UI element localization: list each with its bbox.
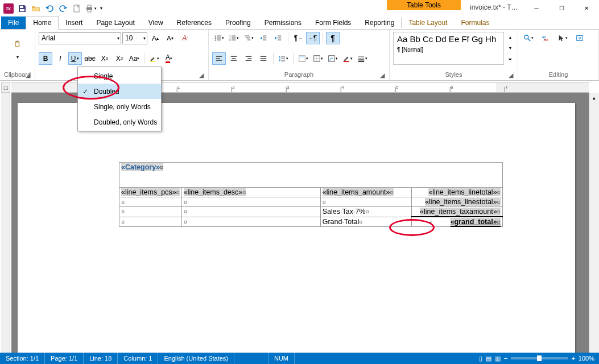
increase-indent-button[interactable] (271, 32, 285, 44)
tab-permissions[interactable]: Permissions (258, 16, 308, 29)
clear-formatting-button[interactable]: A∕ (178, 32, 192, 44)
tab-reporting[interactable]: Reporting (358, 16, 401, 29)
underline-doubled-words-item[interactable]: Doubled, only Words (78, 114, 161, 130)
underline-single-words-item[interactable]: Single, only Words (78, 99, 161, 114)
tab-references[interactable]: References (170, 16, 218, 29)
undo-button[interactable] (43, 2, 56, 15)
replace-button[interactable]: abac (539, 32, 552, 44)
cell[interactable] (121, 218, 125, 226)
tab-home[interactable]: Home (26, 16, 59, 30)
app-menu-button[interactable]: tx (2, 2, 15, 15)
cell[interactable] (184, 208, 187, 216)
tab-page-layout[interactable]: Page Layout (89, 16, 141, 29)
save-button[interactable] (16, 2, 28, 15)
vertical-scrollbar[interactable]: ▴ (589, 93, 599, 353)
new-doc-button[interactable] (71, 2, 83, 15)
status-page[interactable]: Page: 1/1 (45, 353, 84, 364)
styles-more-button[interactable]: ⏷ (506, 57, 514, 62)
view-web-button[interactable]: ▤ (486, 355, 491, 362)
ltr-button[interactable]: ¶→ (291, 32, 305, 44)
justify-button[interactable] (257, 52, 270, 65)
status-language[interactable]: English (United States) (158, 353, 234, 364)
field-linetotal[interactable]: «line_items_linetotal» (428, 188, 500, 196)
styles-gallery[interactable]: Aa Bb Cc Dd Ee Ff Gg Hh ¶ [Normal] (393, 32, 504, 65)
zoom-slider[interactable] (511, 357, 568, 359)
border-width-button[interactable]: ▾ (356, 52, 369, 65)
shading-button[interactable]: ▾ (296, 52, 310, 65)
page[interactable]: «Category» «line_items_pcs» «line_items_… (18, 103, 575, 353)
numbering-button[interactable]: 123▾ (227, 32, 241, 44)
tab-file[interactable]: File (1, 16, 26, 29)
print-button[interactable]: ▾ (84, 2, 97, 15)
field-pcs[interactable]: «line_items_pcs» (121, 188, 180, 196)
font-size-combo[interactable]: 10▾ (122, 32, 147, 44)
view-columns-button[interactable]: ▥ (495, 355, 501, 362)
tab-view[interactable]: View (142, 16, 170, 29)
tab-formulas[interactable]: Formulas (454, 16, 496, 29)
select-button[interactable]: ▾ (556, 32, 569, 44)
find-button[interactable]: ▾ (522, 32, 535, 44)
minimize-button[interactable]: ─ (524, 0, 549, 16)
status-num[interactable]: NUM (268, 353, 295, 364)
decrease-indent-button[interactable] (257, 32, 270, 44)
cell[interactable] (121, 208, 125, 216)
scroll-up-button[interactable]: ▴ (589, 93, 599, 103)
rtl-button[interactable]: ←¶ (306, 32, 320, 44)
styles-down-button[interactable]: ▾ (506, 46, 514, 51)
cell[interactable] (184, 218, 187, 226)
label-sales-tax[interactable]: Sales·Tax·7% (323, 208, 369, 216)
grow-font-button[interactable]: A▴ (148, 32, 162, 44)
border-color-button[interactable]: ▾ (341, 52, 354, 65)
maximize-button[interactable]: ☐ (549, 0, 574, 16)
superscript-button[interactable]: X2 (113, 52, 126, 65)
status-line[interactable]: Line: 18 (84, 353, 118, 364)
close-button[interactable]: ✕ (574, 0, 599, 16)
label-grand-total[interactable]: Grand·Total (323, 218, 363, 226)
redo-button[interactable] (57, 2, 69, 15)
bullets-button[interactable]: ▾ (212, 32, 226, 44)
font-color-button[interactable]: A▾ (162, 52, 176, 65)
tab-table-layout[interactable]: Table Layout (402, 16, 454, 29)
vertical-ruler[interactable] (1, 93, 10, 353)
merge-table[interactable]: «Category» «line_items_pcs» «line_items_… (119, 162, 503, 227)
view-page-button[interactable]: ▯ (479, 355, 482, 362)
field-amount[interactable]: «line_items_amount» (323, 188, 394, 196)
subscript-button[interactable]: X2 (98, 52, 111, 65)
field-linestotal[interactable]: «line_items_linestotal» (425, 198, 501, 206)
cell[interactable] (121, 198, 125, 206)
paragraph-launcher[interactable]: ◢ (379, 72, 386, 78)
underline-single-item[interactable]: Single (78, 68, 161, 84)
highlight-button[interactable]: ▾ (147, 52, 161, 65)
borders-button[interactable]: ▾ (311, 52, 325, 65)
category-field[interactable]: «Category» (121, 163, 163, 171)
status-section[interactable]: Section: 1/1 (0, 353, 45, 364)
underline-doubled-item[interactable]: ✓Doubled (78, 84, 161, 99)
field-desc[interactable]: «line_items_desc» (184, 188, 246, 196)
tab-proofing[interactable]: Proofing (218, 16, 258, 29)
zoom-level[interactable]: 100% (579, 355, 594, 362)
tab-form-fields[interactable]: Form Fields (308, 16, 358, 29)
show-marks-button[interactable]: ¶ (326, 32, 340, 44)
align-right-button[interactable] (242, 52, 255, 65)
frame-style-button[interactable]: ▾ (326, 52, 340, 65)
bold-button[interactable]: B (39, 52, 52, 65)
italic-button[interactable]: I (53, 52, 67, 65)
shrink-font-button[interactable]: A▾ (163, 32, 177, 44)
paste-button[interactable] (7, 34, 28, 55)
cell[interactable] (323, 198, 326, 206)
styles-launcher[interactable]: ◢ (507, 72, 514, 78)
underline-button[interactable]: U▾ (68, 52, 82, 65)
status-column[interactable]: Column: 1 (118, 353, 158, 364)
styles-up-button[interactable]: ▴ (506, 35, 514, 40)
strikethrough-button[interactable]: abc (83, 52, 97, 65)
zoom-in-button[interactable]: + (571, 355, 575, 362)
zoom-out-button[interactable]: − (504, 355, 507, 362)
font-launcher[interactable]: ◢ (198, 72, 205, 78)
open-button[interactable] (30, 2, 42, 15)
qat-customize-button[interactable]: ▾ (98, 2, 105, 15)
align-left-button[interactable] (212, 52, 226, 65)
ruler-toggle[interactable]: ⬚ (1, 82, 10, 93)
field-taxamount[interactable]: «line_items_taxamount» (420, 208, 501, 216)
clipboard-launcher[interactable]: ◢ (24, 72, 31, 78)
line-spacing-button[interactable]: ▾ (276, 52, 290, 65)
